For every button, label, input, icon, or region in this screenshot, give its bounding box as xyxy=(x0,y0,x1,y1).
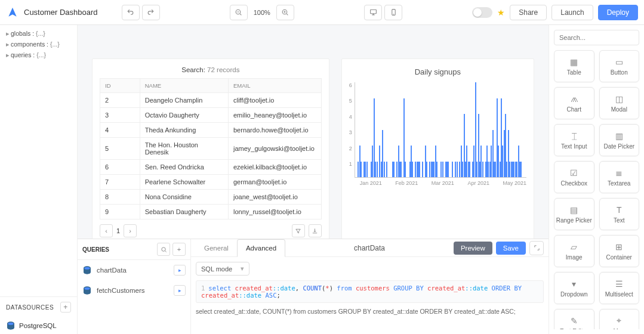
mobile-preview-button[interactable] xyxy=(384,5,402,20)
sql-mode-select[interactable]: SQL mode▾ xyxy=(196,262,249,276)
table-row[interactable]: 3Octavio Daughertyemilio_heaney@tooljet.… xyxy=(100,108,322,123)
share-button[interactable]: Share xyxy=(510,5,547,20)
cell-email: cliff@tooljet.io xyxy=(228,93,321,108)
widget-multiselect[interactable]: ☰Multiselect xyxy=(599,272,640,304)
cell-name: Octavio Daugherty xyxy=(140,108,228,123)
expand-query-button[interactable] xyxy=(529,241,544,255)
widget-icon: ⌶ xyxy=(572,131,577,141)
filter-button[interactable] xyxy=(292,224,305,237)
datasource-postgresql[interactable]: PostgreSQL xyxy=(0,317,77,334)
launch-button[interactable]: Launch xyxy=(551,5,593,20)
widget-modal[interactable]: ◫Modal xyxy=(599,87,640,119)
redo-button[interactable] xyxy=(142,5,160,20)
run-query-button[interactable]: ▸ xyxy=(174,285,186,296)
query-item[interactable]: fetchCustomers▸ xyxy=(78,280,190,301)
deploy-button[interactable]: Deploy xyxy=(598,5,638,20)
svg-point-4 xyxy=(8,323,13,325)
widget-label: Chart xyxy=(567,106,581,113)
widget-icon: ⌖ xyxy=(617,316,621,326)
add-query-button[interactable]: + xyxy=(172,243,186,256)
widget-chart[interactable]: ⩕Chart xyxy=(554,87,594,119)
postgresql-icon xyxy=(6,321,16,330)
widget-label: Dropdown xyxy=(560,291,588,298)
widget-label: Text xyxy=(614,217,624,224)
widget-dropdown[interactable]: ▾Dropdown xyxy=(554,272,594,304)
tree-queries[interactable]: ▸queries : {...} xyxy=(6,51,71,58)
widget-label: Image xyxy=(566,254,583,261)
widget-icon: ▤ xyxy=(570,205,578,215)
widget-image[interactable]: ▱Image xyxy=(554,235,594,267)
widget-text-input[interactable]: ⌶Text Input xyxy=(554,124,594,156)
widget-text[interactable]: TText xyxy=(599,198,640,230)
chart-widget[interactable]: Daily signups 654321 Jan 2021Feb 2021Mar… xyxy=(341,58,534,239)
save-button[interactable]: Save xyxy=(496,242,526,255)
table-row[interactable]: 5The Hon. Houston Denesikjamey_gulgowski… xyxy=(100,138,322,160)
widget-icon: ⩕ xyxy=(570,94,578,104)
add-datasource-button[interactable]: + xyxy=(60,302,71,313)
cell-name: Deangelo Champlin xyxy=(140,93,228,108)
dark-mode-toggle[interactable] xyxy=(472,7,492,18)
desktop-preview-button[interactable] xyxy=(364,5,382,20)
page-next-button[interactable]: › xyxy=(124,224,137,237)
widget-checkbox[interactable]: ☑Checkbox xyxy=(554,161,594,193)
tab-advanced[interactable]: Advanced xyxy=(237,239,285,257)
chart-x-axis: Jan 2021Feb 2021Mar 2021Apr 2021May 2021 xyxy=(360,180,526,186)
page-number: 1 xyxy=(116,227,120,234)
cell-name: Sen. Reed Ondricka xyxy=(140,160,228,175)
widget-icon: ▱ xyxy=(571,242,577,252)
col-email[interactable]: EMAIL xyxy=(228,79,321,93)
zoom-out-button[interactable] xyxy=(230,5,248,20)
query-name: chartData xyxy=(285,244,454,252)
widget-date-picker[interactable]: ▥Date Picker xyxy=(599,124,640,156)
widget-textarea[interactable]: ≣Textarea xyxy=(599,161,640,193)
widget-icon: ▥ xyxy=(615,131,623,141)
widget-text-editor[interactable]: ✎Text Editor xyxy=(554,309,594,329)
tree-globals[interactable]: ▸globals : {...} xyxy=(6,30,71,37)
table-row[interactable]: 6Sen. Reed Ondrickaezekiel.kilback@toolj… xyxy=(100,160,322,175)
cell-id: 8 xyxy=(100,190,140,205)
widget-container[interactable]: ⊞Container xyxy=(599,235,640,267)
tab-general[interactable]: General xyxy=(196,240,237,256)
query-item[interactable]: chartData▸ xyxy=(78,260,190,280)
component-search-input[interactable] xyxy=(554,30,639,45)
widget-label: Container xyxy=(606,254,632,261)
widget-map[interactable]: ⌖Map xyxy=(599,309,640,329)
download-button[interactable] xyxy=(309,224,322,237)
widget-icon: ≣ xyxy=(615,168,623,178)
zoom-in-button[interactable] xyxy=(276,5,294,20)
widget-label: Checkbox xyxy=(561,180,587,187)
data-table: ID NAME EMAIL 2Deangelo Champlincliff@to… xyxy=(100,78,322,219)
widget-icon: T xyxy=(617,205,622,215)
widget-table[interactable]: ▦Table xyxy=(554,50,594,82)
widget-button[interactable]: ▭Button xyxy=(599,50,640,82)
cell-name: Pearlene Schowalter xyxy=(140,175,228,190)
page-prev-button[interactable]: ‹ xyxy=(100,224,113,237)
table-row[interactable]: 2Deangelo Champlincliff@tooljet.io xyxy=(100,93,322,108)
undo-button[interactable] xyxy=(122,5,140,20)
cell-email: ezekiel.kilback@tooljet.io xyxy=(228,160,321,175)
col-id[interactable]: ID xyxy=(100,79,140,93)
widget-label: Map xyxy=(614,328,625,330)
table-row[interactable]: 9Sebastian Daughertylonny_russel@tooljet… xyxy=(100,205,322,219)
cell-id: 6 xyxy=(100,160,140,175)
widget-icon: ✎ xyxy=(571,316,578,326)
cell-email: emilio_heaney@tooljet.io xyxy=(228,108,321,123)
app-title: Customer Dashboard xyxy=(24,8,98,17)
table-widget[interactable]: Search: 72 records ID NAME EMAIL 2Deange… xyxy=(92,58,329,239)
sql-editor[interactable]: 1select created_at::date, COUNT(*) from … xyxy=(196,280,544,303)
svg-point-6 xyxy=(84,267,90,270)
widget-range-picker[interactable]: ▤Range Picker xyxy=(554,198,594,230)
table-row[interactable]: 7Pearlene Schowaltergerman@tooljet.io xyxy=(100,175,322,190)
tree-components[interactable]: ▸components : {...} xyxy=(6,41,71,48)
run-query-button[interactable]: ▸ xyxy=(174,265,186,276)
search-queries-button[interactable] xyxy=(157,243,170,256)
canvas[interactable]: Search: 72 records ID NAME EMAIL 2Deange… xyxy=(78,25,549,239)
preview-button[interactable]: Preview xyxy=(454,242,492,255)
widget-label: Text Input xyxy=(561,143,587,150)
table-row[interactable]: 4Theda Ankundingbernardo.howe@tooljet.io xyxy=(100,123,322,138)
component-library: ▦Table▭Button⩕Chart◫Modal⌶Text Input▥Dat… xyxy=(549,25,644,334)
widget-icon: ▦ xyxy=(570,57,578,67)
table-row[interactable]: 8Nona Considinejoane_west@tooljet.io xyxy=(100,190,322,205)
col-name[interactable]: NAME xyxy=(140,79,228,93)
cell-email: joane_west@tooljet.io xyxy=(228,190,321,205)
